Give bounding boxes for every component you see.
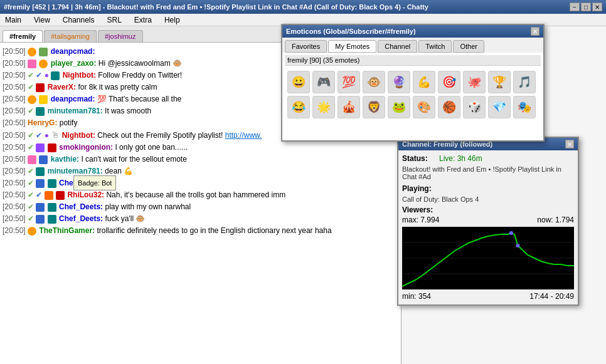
chat-line: [20:50] ✔ Chef_Deets: 🔮 xyxy=(3,177,398,189)
badge-icon xyxy=(36,143,45,152)
emote-item[interactable]: 💯 xyxy=(338,71,360,93)
badge-icon xyxy=(36,203,45,212)
status-label: Status: xyxy=(402,154,437,163)
minimize-button[interactable]: − xyxy=(570,3,580,11)
badge-icon xyxy=(28,95,36,104)
tab-my-emotes[interactable]: My Emotes xyxy=(328,40,376,53)
emoticons-title-bar: Emoticons (Global/Subscriber/#fremily) ✕ xyxy=(282,25,543,38)
badge-icon xyxy=(39,60,48,68)
badge-icon xyxy=(39,48,48,56)
badge-icon xyxy=(36,179,45,188)
tab-channel[interactable]: Channel xyxy=(378,40,417,53)
tab-joshimuz[interactable]: #joshimuz xyxy=(98,30,143,42)
badge-icon xyxy=(48,215,56,224)
tab-fremily[interactable]: #fremily xyxy=(3,30,43,42)
emote-item[interactable]: 🔮 xyxy=(388,71,410,93)
badge-purple: ● xyxy=(45,131,49,140)
emote-tabs: Favorites My Emotes Channel Twitch Other xyxy=(282,38,543,53)
emote-item[interactable]: 🐵 xyxy=(363,71,385,93)
emote-item[interactable]: 🎲 xyxy=(463,96,486,118)
emote-item[interactable]: 😂 xyxy=(287,96,310,118)
time-range: 17:44 - 20:49 xyxy=(529,292,574,301)
badge-check: ✔ xyxy=(28,167,34,175)
chat-link[interactable]: http://www. xyxy=(225,131,262,140)
menu-channels[interactable]: Channels xyxy=(60,15,97,25)
badge-icon xyxy=(36,167,45,176)
badge-check: ✔ xyxy=(28,71,34,80)
badge-icon xyxy=(48,143,56,152)
menu-extra[interactable]: Extra xyxy=(132,15,154,25)
menu-main[interactable]: Main xyxy=(3,15,24,25)
playing-value: Call of Duty: Black Ops 4 xyxy=(402,195,574,203)
emote-item[interactable]: 🦁 xyxy=(363,96,385,118)
badge-icon xyxy=(51,71,60,80)
badge-check: ✔ xyxy=(28,107,34,115)
emoticons-panel: Emoticons (Global/Subscriber/#fremily) ✕… xyxy=(281,24,545,142)
menu-view[interactable]: View xyxy=(31,15,53,25)
emote-item[interactable]: 🎨 xyxy=(413,96,435,118)
emote-item[interactable]: 🐸 xyxy=(388,96,410,118)
window-controls: − □ ✕ xyxy=(570,3,602,11)
maximize-button[interactable]: □ xyxy=(581,3,591,11)
badge-check: ✔ xyxy=(28,131,34,140)
badge-icon xyxy=(28,48,36,56)
close-button[interactable]: ✕ xyxy=(592,3,602,11)
stream-title: Blackout! with Fred and Em • !Spotify Pl… xyxy=(402,165,574,180)
badge-check: ✔ xyxy=(28,83,34,91)
badge-icon xyxy=(28,227,36,236)
badge-check: ✔ xyxy=(28,190,34,199)
viewers-stats: max: 7.994 now: 1.794 xyxy=(402,216,574,224)
emote-item[interactable]: 🎪 xyxy=(338,96,360,118)
emote-item[interactable]: 🏀 xyxy=(438,96,460,118)
emote-item[interactable]: 🎭 xyxy=(513,96,536,118)
tab-tailsgaming[interactable]: #tailsgaming xyxy=(44,30,97,42)
badge-check2: ✔ xyxy=(36,71,42,80)
viewers-label: Viewers: xyxy=(402,205,433,214)
badge-icon xyxy=(28,155,36,164)
tab-twitch[interactable]: Twitch xyxy=(418,40,452,53)
tab-other[interactable]: Other xyxy=(453,40,484,53)
badge-icon xyxy=(39,155,48,164)
channel-viewers-row: Viewers: xyxy=(402,205,574,214)
graph-bottom-stats: min: 354 17:44 - 20:49 xyxy=(402,292,574,301)
channel-playing-row: Playing: xyxy=(402,184,574,193)
emote-content: fremily [90] (35 emotes) 😀 🎮 💯 🐵 🔮 💪 🎯 🐙… xyxy=(282,53,543,140)
viewer-graph-svg xyxy=(402,227,574,289)
viewers-max: max: 7.994 xyxy=(402,216,439,224)
menu-srl[interactable]: SRL xyxy=(105,15,124,25)
emote-item[interactable]: 🎵 xyxy=(513,71,536,93)
badge-tooltip: Badge: Bot xyxy=(73,175,116,190)
chat-line: [20:50] ✔ ✔ RhiLou32: Nah, it's because … xyxy=(3,189,398,200)
badge-icon xyxy=(28,60,36,68)
emote-item[interactable]: 🐙 xyxy=(463,71,486,93)
emote-item[interactable]: 💎 xyxy=(488,96,511,118)
channel-panel: Channel: Fremily (followed) ✕ Status: Li… xyxy=(397,137,579,306)
emote-item[interactable]: 🎯 xyxy=(438,71,460,93)
emote-item[interactable]: 🌟 xyxy=(312,96,335,118)
channel-close-button[interactable]: ✕ xyxy=(565,140,574,148)
emoticons-title: Emoticons (Global/Subscriber/#fremily) xyxy=(286,28,416,35)
badge-icon xyxy=(48,179,56,188)
badge-check: ✔ xyxy=(28,179,34,187)
viewers-now: now: 1.794 xyxy=(537,216,574,224)
badge-check2: ✔ xyxy=(36,190,42,199)
emote-grid: 😀 🎮 💯 🐵 🔮 💪 🎯 🐙 🏆 🎵 😂 🌟 🎪 🦁 🐸 🎨 🏀 🎲 💎 🎭 xyxy=(285,68,541,121)
tab-favorites[interactable]: Favorites xyxy=(285,40,327,53)
emote-item[interactable]: 💪 xyxy=(413,71,435,93)
svg-point-5 xyxy=(516,244,519,247)
badge-check: ✔ xyxy=(28,214,34,223)
badge-icon xyxy=(36,107,45,116)
chat-line: [20:50] TheThinGamer: trollarific defini… xyxy=(3,225,398,236)
badge-check: ✔ xyxy=(28,143,34,152)
playing-label: Playing: xyxy=(402,184,437,193)
badge-icon xyxy=(56,191,65,200)
viewer-graph xyxy=(402,227,574,289)
emote-item[interactable]: 🏆 xyxy=(488,71,511,93)
emoticons-close-button[interactable]: ✕ xyxy=(531,27,540,36)
emote-item[interactable]: 🎮 xyxy=(312,71,335,93)
badge-icon xyxy=(36,215,45,224)
badge-check: ✔ xyxy=(28,202,34,211)
emote-item[interactable]: 😀 xyxy=(287,71,310,93)
chat-line: [20:50] kavthie: I can't wait for the se… xyxy=(3,153,398,165)
menu-help[interactable]: Help xyxy=(162,15,183,25)
